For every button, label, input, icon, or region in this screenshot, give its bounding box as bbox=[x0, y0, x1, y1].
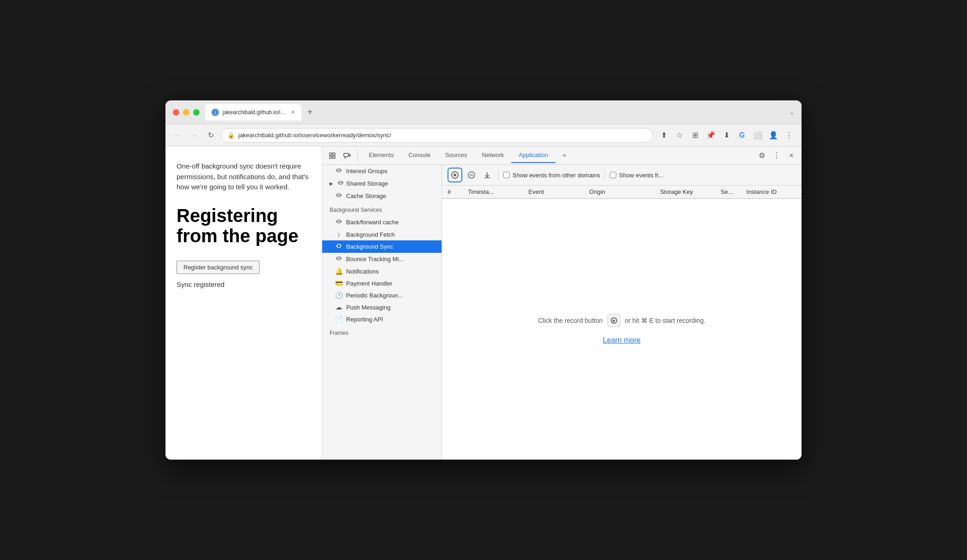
cursor-tool-icon[interactable] bbox=[326, 149, 339, 162]
sidebar-item-periodic-background[interactable]: 🕐 Periodic Backgroun... bbox=[322, 289, 442, 301]
sidebar-item-push-messaging[interactable]: ☁ Push Messaging bbox=[322, 301, 442, 313]
interest-groups-icon bbox=[335, 167, 342, 175]
interest-groups-label: Interest Groups bbox=[346, 168, 388, 175]
bookmark-icon[interactable]: ☆ bbox=[672, 128, 686, 142]
show-events-checkbox2[interactable] bbox=[610, 172, 616, 178]
download-button[interactable] bbox=[481, 169, 494, 181]
col-header-se: Se... bbox=[715, 186, 741, 198]
shared-storage-label: Shared Storage bbox=[346, 180, 388, 187]
col-header-timestamp: Timestа... bbox=[462, 186, 523, 198]
backforward-cache-label: Back/forward cache bbox=[346, 219, 399, 226]
tab-close-icon[interactable]: × bbox=[291, 109, 295, 116]
register-background-sync-button[interactable]: Register background sync bbox=[177, 261, 259, 274]
sidebar-item-interest-groups[interactable]: Interest Groups bbox=[322, 165, 442, 177]
device-emulation-icon[interactable] bbox=[341, 149, 354, 162]
address-text: jakearchibald.github.io/isserviceworkerr… bbox=[238, 132, 391, 139]
empty-state: Click the record button or hit ⌘ E to st… bbox=[442, 199, 802, 460]
sidebar-item-notifications[interactable]: 🔔 Notifications bbox=[322, 265, 442, 277]
sync-status-text: Sync registered bbox=[177, 280, 311, 288]
sidebar-item-payment-handler[interactable]: 💳 Payment Handler bbox=[322, 277, 442, 289]
title-bar: j jakearchibald.github.io/isservic × + ⌄ bbox=[165, 100, 802, 124]
sidebar-item-reporting-api[interactable]: 📄 Reporting API bbox=[322, 313, 442, 325]
background-sync-label: Background Sync bbox=[346, 243, 393, 250]
show-events-label2: Show events fr... bbox=[619, 172, 663, 179]
cache-storage-label: Cache Storage bbox=[346, 192, 386, 199]
devtools-toolbar-left bbox=[326, 149, 358, 162]
tab-application[interactable]: Application bbox=[511, 148, 555, 163]
address-input[interactable]: 🔒 jakearchibald.github.io/isserviceworke… bbox=[221, 128, 653, 143]
sidebar-item-background-fetch[interactable]: ↕ Background Fetch bbox=[322, 228, 442, 240]
google-icon[interactable]: G bbox=[735, 128, 749, 142]
record-dot-sm bbox=[613, 320, 615, 322]
sidebar-item-backforward-cache[interactable]: Back/forward cache bbox=[322, 216, 442, 228]
show-events-checkbox[interactable] bbox=[503, 172, 510, 178]
background-sync-icon bbox=[335, 243, 342, 251]
devtools-panel: Elements Console Sources Network Applica… bbox=[322, 146, 802, 460]
active-tab[interactable]: j jakearchibald.github.io/isservic × bbox=[205, 104, 301, 121]
record-dot bbox=[454, 174, 456, 176]
reload-button[interactable]: ↻ bbox=[204, 129, 217, 142]
tab-title: jakearchibald.github.io/isservic bbox=[223, 109, 287, 116]
show-events-label: Show events from other domains bbox=[513, 172, 600, 179]
payment-handler-icon: 💳 bbox=[335, 280, 342, 287]
tab-console[interactable]: Console bbox=[401, 148, 438, 163]
download-icon[interactable]: ⬇ bbox=[719, 128, 733, 142]
more-devtools-icon[interactable]: ⋮ bbox=[770, 149, 783, 162]
sidebar-item-shared-storage[interactable]: ▶ Shared Storage bbox=[322, 177, 442, 190]
settings-icon[interactable]: ⚙ bbox=[755, 149, 768, 162]
dropdown-arrow-icon[interactable]: ⌄ bbox=[790, 109, 794, 116]
minimize-button[interactable] bbox=[183, 109, 189, 116]
share-icon[interactable]: ⬆ bbox=[657, 128, 671, 142]
close-button[interactable] bbox=[173, 109, 179, 116]
devtools-main: Show events from other domains Show even… bbox=[442, 165, 802, 460]
tab-favicon: j bbox=[212, 109, 219, 116]
tab-network[interactable]: Network bbox=[475, 148, 512, 163]
cache-storage-icon bbox=[335, 192, 342, 200]
lock-icon: 🔒 bbox=[228, 132, 235, 139]
col-header-instance-id: Instance ID bbox=[741, 186, 802, 198]
show-events-checkbox-group2[interactable]: Show events fr... bbox=[610, 172, 663, 179]
show-events-checkbox-group[interactable]: Show events from other domains bbox=[503, 172, 600, 179]
address-bar: ← → ↻ 🔒 jakearchibald.github.io/isservic… bbox=[165, 124, 802, 146]
sidebar-item-bounce-tracking[interactable]: Bounce Tracking Mi... bbox=[322, 253, 442, 265]
new-tab-button[interactable]: + bbox=[303, 106, 316, 119]
record-inner-sm bbox=[611, 317, 617, 324]
webpage-content: One-off background sync doesn't require … bbox=[165, 146, 322, 460]
close-devtools-icon[interactable]: × bbox=[785, 149, 798, 162]
tab-sources[interactable]: Sources bbox=[438, 148, 475, 163]
page-heading: Registering from the page bbox=[177, 205, 311, 246]
bounce-tracking-icon bbox=[335, 255, 342, 263]
table-area: # Timestа... Event Origin Storage Key Se… bbox=[442, 186, 802, 199]
forward-button[interactable]: → bbox=[188, 129, 200, 142]
record-button-inline-icon bbox=[607, 314, 620, 327]
split-view-icon[interactable]: ⬜ bbox=[751, 128, 765, 142]
tab-more[interactable]: » bbox=[555, 148, 573, 163]
extensions-icon[interactable]: ⊞ bbox=[688, 128, 702, 142]
tab-bar: j jakearchibald.github.io/isservic × + bbox=[205, 104, 492, 121]
learn-more-link[interactable]: Learn more bbox=[603, 336, 641, 344]
maximize-button[interactable] bbox=[193, 109, 200, 116]
col-header-event: Event bbox=[523, 186, 584, 198]
record-button[interactable] bbox=[448, 168, 462, 182]
sidebar-item-cache-storage[interactable]: Cache Storage bbox=[322, 190, 442, 202]
back-button[interactable]: ← bbox=[171, 129, 184, 142]
payment-handler-label: Payment Handler bbox=[346, 280, 392, 287]
empty-state-text-before: Click the record button bbox=[538, 317, 602, 324]
devtools-tabs: Elements Console Sources Network Applica… bbox=[361, 148, 755, 163]
clear-button[interactable] bbox=[465, 169, 478, 181]
profile-icon[interactable]: 👤 bbox=[767, 128, 780, 142]
more-menu-icon[interactable]: ⋮ bbox=[782, 128, 796, 142]
tab-elements[interactable]: Elements bbox=[361, 148, 401, 163]
devtools-body: Interest Groups ▶ Shared Storage bbox=[322, 165, 802, 460]
sidebar-item-background-sync[interactable]: Background Sync bbox=[322, 240, 442, 253]
record-inner-circle bbox=[451, 171, 459, 179]
browser-window: j jakearchibald.github.io/isservic × + ⌄… bbox=[165, 100, 802, 460]
periodic-background-label: Periodic Backgroun... bbox=[346, 292, 403, 299]
notifications-label: Notifications bbox=[346, 268, 379, 275]
svg-rect-3 bbox=[333, 156, 335, 158]
periodic-background-icon: 🕐 bbox=[335, 292, 342, 299]
devtools-sidebar: Interest Groups ▶ Shared Storage bbox=[322, 165, 442, 460]
col-header-origin: Origin bbox=[584, 186, 654, 198]
svg-rect-2 bbox=[330, 156, 332, 158]
pin-icon[interactable]: 📌 bbox=[704, 128, 718, 142]
